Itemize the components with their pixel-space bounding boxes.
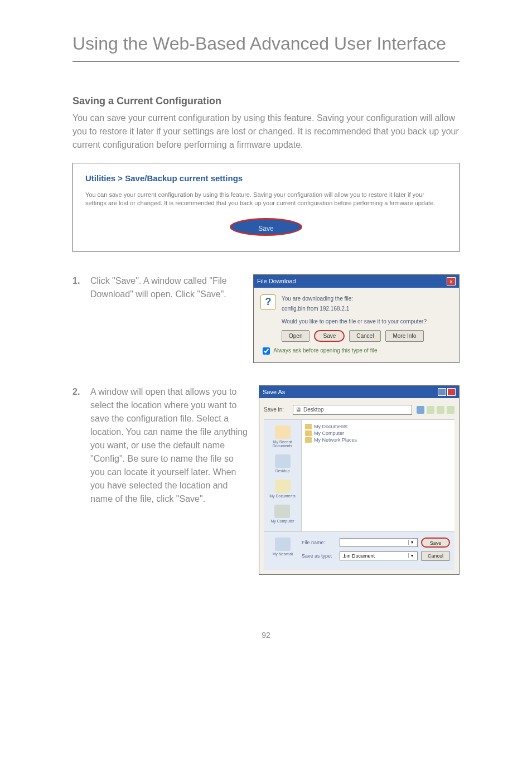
saveas-titlebar: Save As (259, 386, 459, 398)
step-one-text: Click "Save". A window called "File Down… (90, 274, 242, 301)
download-prompt: Would you like to open the file or save … (282, 318, 452, 325)
question-icon: ? (260, 294, 276, 310)
filename-input[interactable]: ▾ (340, 538, 418, 547)
file-pane[interactable]: My Documents My Computer My Network Plac… (302, 420, 454, 531)
network-icon (275, 538, 291, 551)
file-item[interactable]: My Computer (305, 430, 451, 437)
saveas-title: Save As (263, 389, 285, 395)
newfolder-icon[interactable] (437, 406, 444, 414)
chevron-down-icon[interactable]: ▾ (408, 553, 415, 558)
step-two-text: A window will open that allows you to se… (90, 385, 248, 506)
file-item[interactable]: My Network Places (305, 437, 451, 443)
folder-icon (275, 480, 291, 493)
savetype-input[interactable]: .bin Document▾ (340, 551, 418, 560)
folder-icon (305, 437, 312, 443)
sidebar-mycomp[interactable]: My Computer (269, 502, 295, 525)
chevron-down-icon[interactable]: ▾ (408, 540, 415, 545)
panel-title: Utilities > Save/Backup current settings (85, 173, 447, 183)
page-number: 92 (72, 631, 460, 640)
more-info-button[interactable]: More Info (385, 330, 423, 342)
save-as-dialog: Save As Save in: 🖥 Desktop (259, 385, 460, 575)
saveas-cancel-button[interactable]: Cancel (421, 551, 450, 561)
page-title: Using the Web-Based Advanced User Interf… (72, 33, 460, 62)
close-icon[interactable]: × (447, 277, 456, 285)
open-button[interactable]: Open (282, 330, 309, 342)
always-ask-checkbox[interactable]: Always ask before opening this type of f… (263, 347, 452, 355)
savein-value: Desktop (303, 406, 324, 413)
close-icon[interactable] (447, 388, 456, 396)
back-icon[interactable] (417, 406, 424, 414)
recent-icon (275, 425, 291, 439)
desktop-icon (275, 454, 291, 468)
folder-icon (305, 430, 312, 436)
dialog-titlebar: File Download × (254, 275, 459, 288)
cancel-button[interactable]: Cancel (349, 330, 381, 342)
step-two-number: 2. (72, 385, 84, 506)
dialog-title: File Download (257, 278, 296, 284)
up-icon[interactable] (427, 406, 434, 414)
savetype-label: Save as type: (302, 553, 336, 559)
savein-combo[interactable]: 🖥 Desktop (293, 405, 412, 415)
download-msg-line1: You are downloading the file: (282, 294, 353, 303)
help-icon[interactable] (438, 388, 446, 396)
save-button[interactable]: Save (230, 218, 302, 236)
saveas-save-button[interactable]: Save (421, 538, 450, 548)
desktop-icon: 🖥 (296, 406, 301, 413)
always-ask-input[interactable] (263, 347, 270, 355)
sidebar-mynet[interactable]: My Network (268, 538, 297, 564)
views-icon[interactable] (447, 406, 454, 414)
file-download-dialog: File Download × ? You are downloading th… (253, 274, 460, 363)
section-heading: Saving a Current Configuration (72, 95, 460, 107)
settings-panel: Utilities > Save/Backup current settings… (72, 163, 460, 252)
file-item[interactable]: My Documents (305, 423, 451, 430)
filename-label: File name: (302, 540, 336, 545)
step-one-number: 1. (72, 274, 84, 301)
sidebar-desktop[interactable]: Desktop (274, 452, 292, 475)
always-ask-label: Always ask before opening this type of f… (273, 347, 377, 354)
savein-label: Save in: (264, 406, 288, 413)
computer-icon (274, 505, 290, 518)
panel-description: You can save your current configuration … (85, 191, 447, 208)
sidebar-recent[interactable]: My Recent Documents (264, 423, 301, 450)
dialog-save-button[interactable]: Save (314, 330, 345, 342)
places-sidebar: My Recent Documents Desktop My Documents… (264, 420, 302, 531)
sidebar-mydocs[interactable]: My Documents (268, 477, 297, 500)
folder-icon (305, 424, 312, 429)
intro-text: You can save your current configuration … (72, 112, 460, 152)
download-msg-line2: config.bin from 192.168.2.1 (282, 304, 353, 313)
